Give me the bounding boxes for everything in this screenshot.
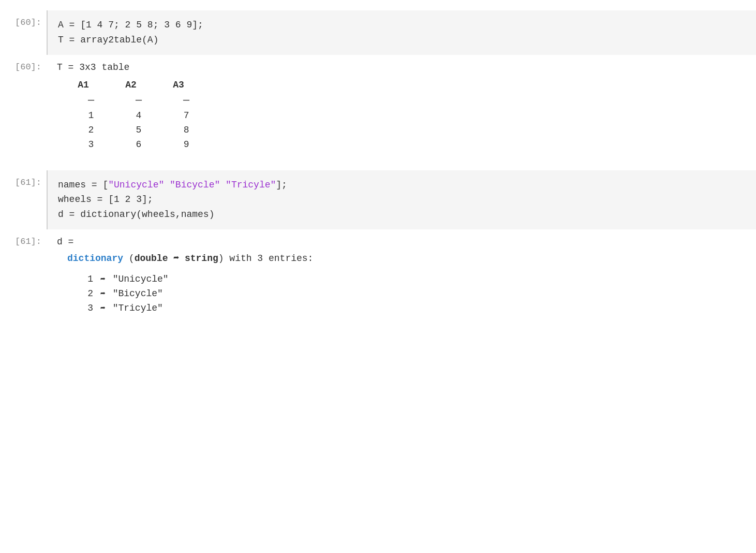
table-row: 1 4 7: [67, 108, 210, 123]
dict-entries: 1 ➦ "Unicycle" 2 ➦ "Bicycle" 3 ➦ "Tricyl…: [78, 274, 746, 313]
str-tricyle: "Tricyle": [226, 180, 276, 190]
table-separator-row: — — —: [67, 92, 210, 108]
key-2: 2: [78, 288, 93, 299]
names-post: ];: [276, 180, 287, 190]
str-unicycle: "Unicycle": [108, 180, 164, 190]
val-1: "Unicycle": [113, 274, 169, 284]
dict-suffix: with 3 entries:: [229, 253, 313, 264]
sep3: —: [162, 92, 210, 108]
sep2: —: [115, 92, 162, 108]
cell-60-line2: T = array2table(A): [58, 33, 746, 48]
cell-r3c3: 9: [162, 137, 210, 152]
cell-61-line3: d = dictionary(wheels,names): [58, 207, 746, 222]
dict-keyword: dictionary: [67, 253, 123, 264]
cell-60-input-code[interactable]: A = [1 4 7; 2 5 8; 3 6 9]; T = array2tab…: [47, 10, 756, 55]
cell-r3c2: 6: [115, 137, 162, 152]
cell-61-input-label: [61]:: [0, 170, 47, 187]
dict-entry-3: 3 ➦ "Tricyle": [78, 303, 746, 313]
space1: [164, 180, 170, 190]
str-bicycle: "Bicycle": [170, 180, 220, 190]
arrow-3: ➦: [100, 303, 106, 313]
cell-60-input: [60]: A = [1 4 7; 2 5 8; 3 6 9]; T = arr…: [0, 10, 756, 55]
cell-60-output-label: [60]:: [0, 59, 47, 72]
table-row: 2 5 8: [67, 123, 210, 137]
notebook: [60]: A = [1 4 7; 2 5 8; 3 6 9]; T = arr…: [0, 0, 756, 346]
dict-types: (double ➦ string): [129, 253, 224, 264]
key-3: 3: [78, 303, 93, 313]
names-pre: names = [: [58, 180, 108, 190]
cell-r2c2: 5: [115, 123, 162, 137]
d-equals-text: d =: [57, 237, 746, 247]
val-2: "Bicycle": [113, 288, 163, 299]
cell-r2c3: 8: [162, 123, 210, 137]
string-bold: string: [185, 253, 218, 264]
cell-r2c1: 2: [67, 123, 115, 137]
cell-60-line1: A = [1 4 7; 2 5 8; 3 6 9];: [58, 18, 746, 33]
cell-60-output-content: T = 3x3 table A1 A2 A3 — — —: [47, 59, 756, 155]
dict-description: dictionary (double ➦ string) with 3 entr…: [67, 252, 746, 264]
cell-61-input-code[interactable]: names = ["Unicycle" "Bicycle" "Tricyle"]…: [47, 170, 756, 229]
cell-60-input-label: [60]:: [0, 10, 47, 27]
double-bold: double: [135, 253, 168, 264]
cell-61-line1: names = ["Unicycle" "Bicycle" "Tricyle"]…: [58, 178, 746, 193]
arrow-2: ➦: [100, 288, 106, 299]
sep1: —: [67, 92, 115, 108]
cell-61-line2: wheels = [1 2 3];: [58, 192, 746, 207]
col-header-a1: A1: [67, 78, 115, 92]
key-1: 1: [78, 274, 93, 284]
cell-61-output-content: d = dictionary (double ➦ string) with 3 …: [47, 234, 756, 321]
matlab-table: A1 A2 A3 — — — 1 4 7: [67, 78, 210, 152]
val-3: "Tricyle": [113, 303, 163, 313]
space2: [220, 180, 226, 190]
col-header-a3: A3: [162, 78, 210, 92]
table-row: 3 6 9: [67, 137, 210, 152]
cell-61-input: [61]: names = ["Unicycle" "Bicycle" "Tri…: [0, 170, 756, 229]
dict-entry-1: 1 ➦ "Unicycle": [78, 274, 746, 284]
arrow-1: ➦: [100, 274, 106, 284]
cell-61-output-label: [61]:: [0, 234, 47, 246]
dict-entry-2: 2 ➦ "Bicycle": [78, 288, 746, 299]
cell-r1c3: 7: [162, 108, 210, 123]
cell-r1c2: 4: [115, 108, 162, 123]
cell-61-output: [61]: d = dictionary (double ➦ string) w…: [0, 234, 756, 321]
col-header-a2: A2: [115, 78, 162, 92]
cell-r3c1: 3: [67, 137, 115, 152]
cell-r1c1: 1: [67, 108, 115, 123]
table-title: T = 3x3 table: [57, 62, 746, 72]
cell-60-output: [60]: T = 3x3 table A1 A2 A3 — — —: [0, 59, 756, 155]
